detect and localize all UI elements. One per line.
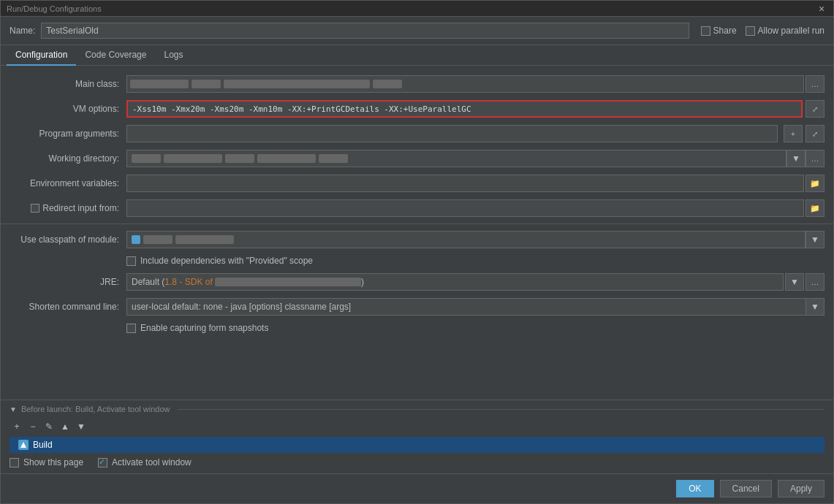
vm-options-input[interactable] (126, 100, 803, 118)
build-icon (18, 440, 29, 450)
program-arguments-control: + ⤢ (126, 125, 824, 142)
before-launch-section: ▼ Before launch: Build, Activate tool wi… (1, 400, 833, 473)
include-dependencies-label: Include dependencies with "Provided" sco… (140, 256, 313, 266)
activate-tool-checkbox[interactable] (98, 458, 107, 467)
apply-button[interactable]: Apply (778, 480, 824, 497)
jre-control: Default (1.8 - SDK of ) ▼ … (126, 273, 824, 291)
tabs: Configuration Code Coverage Logs (1, 45, 833, 66)
main-class-control: … (126, 75, 824, 93)
close-button[interactable]: × (816, 3, 827, 15)
enable-snapshots-checkbox[interactable] (126, 324, 136, 333)
share-item: Share (701, 26, 737, 36)
launch-add-button[interactable]: + (10, 419, 24, 434)
allow-parallel-checkbox[interactable] (746, 26, 755, 36)
vm-options-row: VM options: ⤢ (1, 96, 833, 121)
activate-tool-item: Activate tool window (98, 457, 192, 467)
program-args-buttons: + ⤢ (782, 125, 824, 142)
name-input[interactable] (41, 23, 689, 39)
show-page-checkbox[interactable] (10, 458, 19, 467)
jre-label: JRE: (10, 277, 126, 287)
ok-button[interactable]: OK (676, 480, 713, 497)
classpath-row: Use classpath of module: ▼ (1, 227, 833, 252)
enable-snapshots-row: Enable capturing form snapshots (1, 319, 833, 337)
shorten-command-row: Shorten command line: ▼ (1, 294, 833, 319)
classpath-dropdown[interactable]: ▼ (805, 231, 824, 248)
vm-options-label: VM options: (10, 104, 126, 114)
vm-options-control: ⤢ (126, 100, 824, 118)
working-directory-control: ▼ … (126, 150, 824, 167)
shorten-command-input[interactable] (126, 298, 805, 316)
main-class-row: Main class: … (1, 72, 833, 96)
jre-dropdown[interactable]: ▼ (785, 273, 804, 291)
classpath-inner[interactable] (126, 231, 805, 248)
working-directory-label: Working directory: (10, 153, 126, 164)
shorten-command-label: Shorten command line: (10, 302, 126, 312)
jre-browse-button[interactable]: … (805, 273, 824, 291)
shorten-command-wrapper: ▼ (126, 298, 824, 316)
module-icon (132, 235, 140, 244)
redirect-input-field[interactable] (126, 199, 804, 217)
launch-remove-button[interactable]: − (26, 419, 40, 434)
allow-parallel-item: Allow parallel run (746, 26, 824, 36)
jre-row: JRE: Default (1.8 - SDK of ) ▼ … (1, 270, 833, 294)
program-arguments-label: Program arguments: (10, 129, 126, 139)
vm-options-expand-button[interactable]: ⤢ (805, 100, 824, 118)
program-args-expand-button[interactable]: ⤢ (805, 125, 824, 142)
tab-configuration[interactable]: Configuration (7, 45, 76, 66)
main-class-input-wrapper: … (126, 75, 824, 93)
redirect-browse-button[interactable]: 📁 (805, 199, 824, 217)
program-args-add-button[interactable]: + (784, 125, 803, 142)
launch-edit-button[interactable]: ✎ (42, 419, 56, 434)
build-label: Build (33, 440, 53, 450)
environment-variables-input[interactable] (126, 175, 804, 192)
classpath-wrapper: ▼ (126, 231, 824, 248)
before-launch-line (178, 409, 824, 410)
shorten-command-dropdown[interactable]: ▼ (805, 298, 824, 316)
title-bar: Run/Debug Configurations × (1, 1, 833, 17)
tab-logs[interactable]: Logs (155, 45, 192, 66)
redirect-label: Redirect input from: (42, 203, 119, 213)
environment-variables-browse-button[interactable]: 📁 (805, 175, 824, 192)
redirect-input-wrapper: 📁 (126, 199, 824, 217)
before-launch-arrow[interactable]: ▼ (10, 405, 17, 413)
environment-variables-label: Environment variables: (10, 178, 126, 188)
jre-input-wrapper: Default (1.8 - SDK of ) ▼ … (126, 273, 824, 291)
working-directory-browse-button[interactable]: … (805, 150, 824, 167)
show-page-label: Show this page (23, 457, 83, 467)
build-item[interactable]: Build (10, 437, 824, 453)
name-row: Name: Share Allow parallel run (1, 17, 833, 45)
activate-tool-label: Activate tool window (112, 457, 192, 467)
environment-variables-wrapper: 📁 (126, 175, 824, 192)
include-dependencies-checkbox[interactable] (126, 256, 136, 266)
launch-toolbar: + − ✎ ▲ ▼ (1, 418, 833, 435)
redirect-input-row: Redirect input from: 📁 (1, 196, 833, 221)
vm-options-wrapper: ⤢ (126, 100, 824, 118)
jre-text-display[interactable]: Default (1.8 - SDK of ) (126, 273, 784, 291)
program-arguments-wrapper: + ⤢ (126, 125, 824, 142)
include-dependencies-row: Include dependencies with "Provided" sco… (1, 252, 833, 270)
environment-variables-control: 📁 (126, 175, 824, 192)
launch-down-button[interactable]: ▼ (74, 419, 88, 434)
program-arguments-input[interactable] (126, 125, 778, 142)
share-label: Share (713, 26, 737, 36)
redirect-label-container: Redirect input from: (10, 203, 126, 213)
classpath-control: ▼ (126, 231, 824, 248)
main-class-inner[interactable] (126, 75, 804, 93)
program-arguments-row: Program arguments: + ⤢ (1, 121, 833, 146)
name-label: Name: (10, 26, 35, 36)
cancel-button[interactable]: Cancel (720, 480, 772, 497)
shorten-command-control: ▼ (126, 298, 824, 316)
form-divider (1, 224, 833, 224)
launch-up-button[interactable]: ▲ (58, 419, 72, 434)
configuration-form: Main class: … VM options: (1, 66, 833, 400)
main-class-browse-button[interactable]: … (805, 75, 824, 93)
include-dependencies-item: Include dependencies with "Provided" sco… (126, 256, 313, 266)
enable-snapshots-label: Enable capturing form snapshots (140, 323, 268, 333)
redirect-checkbox[interactable] (31, 204, 39, 213)
working-directory-inner[interactable] (126, 150, 786, 167)
environment-variables-row: Environment variables: 📁 (1, 171, 833, 196)
tab-code-coverage[interactable]: Code Coverage (76, 45, 155, 66)
enable-snapshots-item: Enable capturing form snapshots (126, 323, 268, 333)
share-checkbox[interactable] (701, 26, 710, 36)
working-directory-dropdown[interactable]: ▼ (786, 150, 805, 167)
